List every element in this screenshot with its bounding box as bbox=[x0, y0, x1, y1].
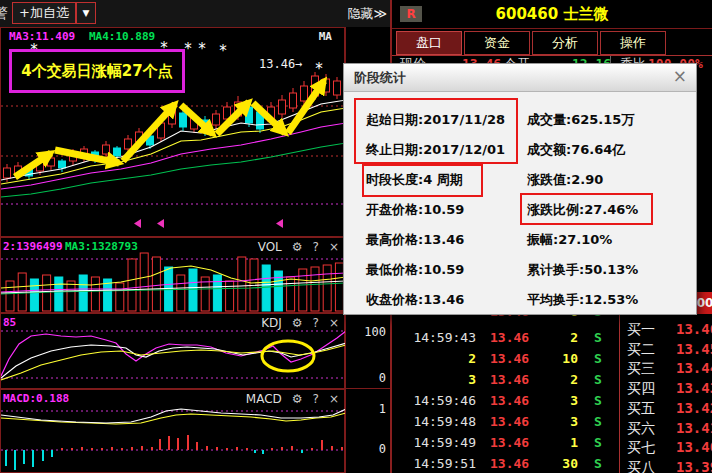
help-icon[interactable]: ? bbox=[313, 316, 319, 330]
popup-stat: 时段长度:4 周期 bbox=[366, 171, 463, 189]
kdj-value-label: 85 bbox=[3, 316, 16, 329]
svg-text:*: * bbox=[315, 60, 323, 78]
popup-stat: 最低价格:10.59 bbox=[366, 261, 464, 279]
popup-stat: 振幅:27.10% bbox=[527, 231, 612, 249]
bid-levels-list: 买一13.46买二13.45买三13.44买四13.43买五13.42买六13.… bbox=[619, 315, 712, 473]
trade-row: 14:59:4313.462S bbox=[394, 328, 619, 348]
gear-icon[interactable]: ⚙ bbox=[292, 392, 303, 406]
add-watchlist-button[interactable]: +加自选 bbox=[12, 2, 76, 24]
bid-level-row[interactable]: 买八13.39 bbox=[620, 458, 712, 473]
popup-stat: 收盘价格:13.46 bbox=[366, 291, 464, 309]
stock-trading-app-window: 警 +加自选 ▼ 隐藏≫ MA3:11.409 MA4:10.889 MA **… bbox=[0, 0, 712, 473]
popup-stat: 累计换手:50.13% bbox=[527, 261, 638, 279]
annotation-box: 4个交易日涨幅27个点 bbox=[9, 49, 185, 93]
quote-panel-header: R 600460 士兰微 bbox=[392, 0, 712, 29]
tab-3[interactable]: 操作 bbox=[600, 31, 666, 55]
macd-scale-min: 0 bbox=[379, 442, 386, 456]
volume-ma2-label: 2:1396499 bbox=[3, 240, 63, 253]
macd-scale-max: 1 bbox=[379, 402, 386, 416]
volume-ma3-label: MA3:1328793 bbox=[65, 240, 138, 253]
trade-row: 14:59:5313.461S bbox=[394, 469, 619, 473]
gear-icon[interactable]: ⚙ bbox=[292, 316, 303, 330]
candlestick-pane: MA3:11.409 MA4:10.889 MA ****** 4个交易日涨幅2… bbox=[0, 27, 345, 237]
quote-tabs: 盘口资金分析操作 bbox=[392, 29, 712, 56]
help-icon[interactable]: ? bbox=[313, 240, 319, 254]
ma4-label: MA4:10.889 bbox=[89, 30, 155, 43]
popup-stat: 平均换手:12.53% bbox=[527, 291, 638, 309]
trade-row: 313.462S bbox=[394, 370, 619, 390]
tab-1[interactable]: 资金 bbox=[464, 31, 530, 55]
alert-icon: 警 bbox=[0, 4, 8, 23]
kdj-scale-max: 100 bbox=[364, 325, 386, 339]
volume-pane-title: VOL bbox=[258, 240, 282, 254]
kdj-scale-min: 0 bbox=[379, 371, 386, 385]
trade-row: 213.4610S bbox=[394, 349, 619, 369]
kdj-pane: 85 KDJ ⚙ ? × bbox=[0, 313, 345, 389]
stage-stats-dialog: 阶段统计 × 起始日期:2017/11/28终止日期:2017/12/01时段长… bbox=[343, 63, 697, 315]
close-icon[interactable]: × bbox=[329, 240, 339, 254]
popup-stat: 最高价格:13.46 bbox=[366, 231, 464, 249]
tab-2[interactable]: 分析 bbox=[532, 31, 598, 55]
help-icon[interactable]: ? bbox=[313, 392, 319, 406]
close-icon[interactable]: × bbox=[329, 392, 339, 406]
trade-row: 14:59:4913.461S bbox=[394, 433, 619, 453]
close-icon[interactable]: × bbox=[673, 66, 687, 86]
kdj-scale: 100 0 bbox=[346, 313, 390, 389]
bid-level-row[interactable]: 买二13.45 bbox=[620, 340, 712, 359]
popup-stat: 终止日期:2017/12/01 bbox=[366, 141, 505, 159]
dialog-titlebar: 阶段统计 × bbox=[344, 64, 696, 92]
dialog-title: 阶段统计 bbox=[354, 69, 406, 87]
kdj-pane-title: KDJ bbox=[261, 316, 282, 330]
tab-0[interactable]: 盘口 bbox=[396, 31, 462, 55]
popup-stat: 涨跌值:2.90 bbox=[527, 171, 603, 189]
trade-row: 14:59:4613.463S bbox=[394, 391, 619, 411]
macd-value-label: MACD:0.188 bbox=[3, 392, 69, 405]
add-watchlist-dropdown[interactable]: ▼ bbox=[76, 2, 96, 24]
gear-icon[interactable]: ⚙ bbox=[292, 240, 303, 254]
svg-text:*: * bbox=[184, 40, 192, 58]
ma3-label: MA3:11.409 bbox=[9, 30, 75, 43]
time-and-sales-list: 13.466S14:59:4313.462S213.4610S313.462S1… bbox=[394, 300, 619, 473]
bid-level-row[interactable]: 买五13.42 bbox=[620, 399, 712, 418]
limit-highlight-badge: 00 bbox=[696, 292, 712, 314]
trade-row: 14:59:4813.463S bbox=[394, 412, 619, 432]
popup-stat: 开盘价格:10.59 bbox=[366, 201, 464, 219]
bid-level-row[interactable]: 买三13.44 bbox=[620, 359, 712, 378]
macd-pane-title: MACD bbox=[246, 392, 282, 406]
bid-level-row[interactable]: 买四13.43 bbox=[620, 379, 712, 398]
hide-button[interactable]: 隐藏≫ bbox=[347, 5, 387, 23]
macd-pane: MACD:0.188 MACD ⚙ ? × bbox=[0, 389, 345, 473]
bid-level-row[interactable]: 买六13.41 bbox=[620, 419, 712, 438]
toolbar: 警 +加自选 ▼ 隐藏≫ bbox=[0, 0, 390, 27]
price-callout: 13.46→ bbox=[259, 57, 302, 71]
volume-pane: 2:1396499 MA3:1328793 VOL ⚙ ? × bbox=[0, 237, 345, 313]
popup-stat: 成交额:76.64亿 bbox=[527, 141, 625, 159]
ma-indicator-label: MA bbox=[319, 30, 332, 43]
close-icon[interactable]: × bbox=[329, 316, 339, 330]
popup-stat: 起始日期:2017/11/28 bbox=[366, 111, 505, 129]
popup-stat: 涨跌比例:27.46% bbox=[527, 201, 638, 219]
macd-scale: 1 0 bbox=[346, 389, 390, 473]
popup-stat: 成交量:625.15万 bbox=[527, 111, 634, 129]
svg-text:*: * bbox=[219, 42, 227, 60]
svg-text:*: * bbox=[198, 40, 206, 58]
stock-code-name: 600460 士兰微 bbox=[392, 5, 712, 24]
bid-level-row[interactable]: 买七13.40 bbox=[620, 438, 712, 457]
bid-level-row[interactable]: 买一13.46 bbox=[620, 320, 712, 339]
